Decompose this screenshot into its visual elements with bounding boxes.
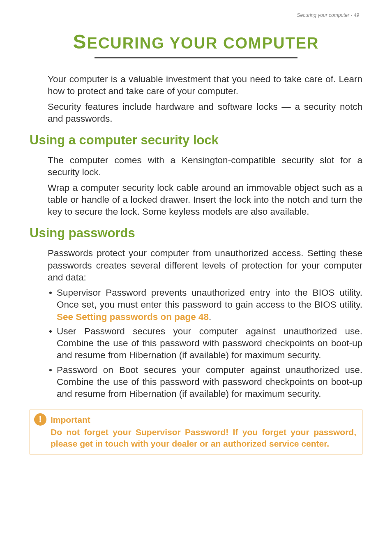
important-body-text: Do not forget your Supervisor Password! … xyxy=(51,426,356,449)
cross-reference-link[interactable]: See Setting passwords on page 48 xyxy=(57,312,209,322)
title-first-letter: S xyxy=(73,31,87,53)
bullet-text-pre: Supervisor Password prevents unauthorize… xyxy=(57,287,362,310)
title-rest: ECURING YOUR COMPUTER xyxy=(87,35,319,52)
intro-paragraph-2: Security features include hardware and s… xyxy=(48,101,362,125)
title-underline xyxy=(95,57,297,58)
password-bullet-list: Supervisor Password prevents unauthorize… xyxy=(48,287,362,400)
section1-paragraph-1: The computer comes with a Kensington-com… xyxy=(48,154,362,178)
list-item: User Password secures your computer agai… xyxy=(48,325,362,361)
list-item: Supervisor Password prevents unauthorize… xyxy=(48,287,362,323)
warning-icon: ! xyxy=(34,413,46,426)
running-header: Securing your computer - 49 xyxy=(30,12,362,18)
intro-paragraph-1: Your computer is a valuable investment t… xyxy=(48,73,362,97)
section1-paragraph-2: Wrap a computer security lock cable arou… xyxy=(48,182,362,218)
section-heading-passwords: Using passwords xyxy=(30,226,362,241)
important-callout-box: ! Important Do not forget your Superviso… xyxy=(30,410,362,454)
section-heading-security-lock: Using a computer security lock xyxy=(30,133,362,148)
important-label: Important xyxy=(51,415,90,425)
page-title: SECURING YOUR COMPUTER xyxy=(30,30,362,53)
section2-paragraph-1: Passwords protect your computer from una… xyxy=(48,247,362,283)
bullet-text-post: . xyxy=(209,312,211,322)
important-header: ! Important xyxy=(36,414,356,426)
list-item: Password on Boot secures your computer a… xyxy=(48,364,362,400)
